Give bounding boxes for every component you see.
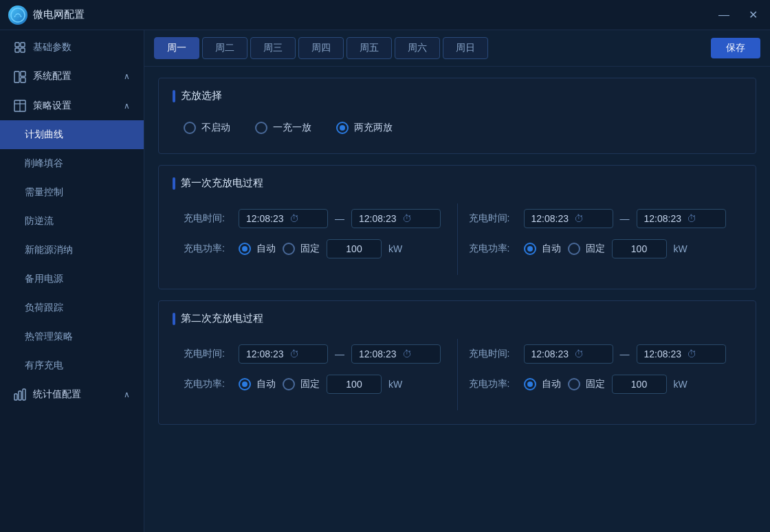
app-logo — [8, 5, 28, 25]
tab-bar: 周一 周二 周三 周四 周五 周六 周日 保存 — [144, 30, 770, 67]
first-process-grid: 充电时间: 12:08:23 ⏱ — 12:08:23 ⏱ — [173, 203, 742, 275]
first-left-time-start[interactable]: 12:08:23 ⏱ — [239, 209, 328, 228]
sidebar-item-ordered-charge[interactable]: 有序充电 — [0, 351, 144, 380]
second-right-time-start[interactable]: 12:08:23 ⏱ — [524, 344, 613, 364]
radio-circle-two-charge — [336, 122, 349, 134]
second-right-radio-auto[interactable]: 自动 — [524, 378, 561, 390]
tab-thursday[interactable]: 周四 — [298, 37, 344, 59]
sidebar-item-peak-valley[interactable]: 削峰填谷 — [0, 149, 144, 178]
sidebar-item-backup-power[interactable]: 备用电源 — [0, 265, 144, 293]
sidebar-label-backup-power: 备用电源 — [25, 273, 63, 285]
second-left-radio-fixed[interactable]: 固定 — [283, 378, 320, 390]
tab-tuesday[interactable]: 周二 — [202, 37, 248, 59]
close-button[interactable]: ✕ — [745, 7, 762, 23]
second-right-time-end-value: 12:08:23 — [644, 348, 682, 359]
second-left-radio-auto-circle — [239, 378, 251, 390]
second-process-left: 充电时间: 12:08:23 ⏱ — 12:08:23 ⏱ — [173, 339, 457, 410]
clock-icon-2: ⏱ — [402, 213, 434, 224]
second-right-dash: — — [620, 348, 630, 359]
svg-rect-5 — [14, 71, 19, 82]
second-left-time-start-value: 12:08:23 — [246, 348, 284, 359]
second-right-time-start-value: 12:08:23 — [531, 348, 569, 359]
first-right-time-start-value: 12:08:23 — [531, 213, 569, 224]
second-left-time-end[interactable]: 12:08:23 ⏱ — [351, 344, 441, 364]
sidebar-label-load-tracking: 负荷跟踪 — [25, 302, 63, 314]
chevron-up-icon-2: ∧ — [124, 101, 130, 111]
second-left-time-label: 充电时间: — [184, 348, 232, 360]
second-left-time-row: 充电时间: 12:08:23 ⏱ — 12:08:23 ⏱ — [184, 344, 446, 364]
tab-wednesday[interactable]: 周三 — [250, 37, 296, 59]
second-right-power-unit: kW — [674, 379, 688, 390]
svg-rect-4 — [21, 48, 25, 52]
module-icon — [14, 70, 26, 82]
sidebar-item-basic-params[interactable]: 基础参数 — [0, 33, 144, 62]
chevron-up-icon-3: ∧ — [124, 390, 130, 399]
sidebar-item-anti-backflow[interactable]: 防逆流 — [0, 207, 144, 236]
radio-label-one-charge: 一充一放 — [273, 122, 311, 134]
sidebar-item-stats-config[interactable]: 统计值配置 ∧ — [0, 380, 144, 409]
second-left-time-start[interactable]: 12:08:23 ⏱ — [239, 344, 328, 364]
second-left-radio-auto[interactable]: 自动 — [239, 378, 276, 390]
first-left-power-unit: kW — [388, 243, 402, 254]
first-process-title: 第一次充放电过程 — [173, 177, 742, 190]
radio-one-charge[interactable]: 一充一放 — [255, 122, 311, 134]
titlebar-controls: — ✕ — [714, 7, 762, 23]
tab-saturday[interactable]: 周六 — [395, 37, 440, 59]
radio-no-start[interactable]: 不启动 — [184, 122, 230, 134]
first-left-radio-fixed[interactable]: 固定 — [283, 243, 320, 255]
first-right-time-end[interactable]: 12:08:23 ⏱ — [637, 209, 726, 228]
sidebar-item-strategy-settings[interactable]: 策略设置 ∧ — [0, 91, 144, 120]
content-area: 充放选择 不启动 一充一放 两充两放 — [144, 67, 770, 532]
first-right-radio-auto[interactable]: 自动 — [524, 243, 561, 255]
radio-label-no-start: 不启动 — [201, 122, 230, 134]
second-right-time-label: 充电时间: — [469, 348, 517, 360]
save-button[interactable]: 保存 — [711, 38, 760, 58]
svg-rect-7 — [21, 78, 25, 82]
first-left-power-row: 充电功率: 自动 固定 kW — [184, 239, 446, 258]
second-left-power-unit: kW — [388, 379, 402, 390]
tab-sunday[interactable]: 周日 — [443, 37, 488, 59]
first-left-time-end[interactable]: 12:08:23 ⏱ — [351, 209, 441, 228]
charge-select-title: 充放选择 — [173, 89, 742, 102]
minimize-button[interactable]: — — [714, 7, 734, 23]
radio-circle-one-charge — [255, 122, 267, 134]
second-left-radio-fixed-circle — [283, 378, 295, 390]
tab-friday[interactable]: 周五 — [346, 37, 392, 59]
svg-rect-6 — [21, 71, 25, 76]
sidebar-item-thermal-strategy[interactable]: 热管理策略 — [0, 322, 144, 351]
second-right-power-input[interactable] — [612, 375, 667, 394]
titlebar: 微电网配置 — ✕ — [0, 0, 770, 30]
sidebar-item-plan-curve[interactable]: 计划曲线 — [0, 120, 144, 149]
sidebar-item-new-energy[interactable]: 新能源消纳 — [0, 236, 144, 265]
sidebar-label-plan-curve: 计划曲线 — [25, 129, 63, 141]
first-process-right: 充电时间: 12:08:23 ⏱ — 12:08:23 ⏱ — [458, 203, 742, 275]
tab-monday[interactable]: 周一 — [154, 37, 199, 59]
sidebar-item-load-tracking[interactable]: 负荷跟踪 — [0, 293, 144, 322]
radio-two-charge[interactable]: 两充两放 — [336, 122, 393, 134]
first-left-radio-auto[interactable]: 自动 — [239, 243, 276, 255]
second-left-power-input[interactable] — [327, 375, 382, 394]
second-right-time-end[interactable]: 12:08:23 ⏱ — [637, 344, 726, 364]
svg-rect-2 — [21, 43, 25, 47]
clock-icon-3: ⏱ — [574, 213, 606, 224]
sidebar-item-system-config[interactable]: 系统配置 ∧ — [0, 62, 144, 91]
first-right-power-label: 充电功率: — [469, 243, 517, 255]
first-left-power-input[interactable] — [327, 239, 382, 258]
first-left-auto-label: 自动 — [256, 243, 276, 255]
first-right-dash: — — [620, 213, 630, 224]
first-right-time-start[interactable]: 12:08:23 ⏱ — [524, 209, 613, 228]
first-right-fixed-label: 固定 — [586, 243, 605, 255]
app-title: 微电网配置 — [33, 8, 85, 21]
clock-icon-1: ⏱ — [289, 213, 321, 224]
sidebar-item-demand-control[interactable]: 需量控制 — [0, 178, 144, 207]
first-right-power-input[interactable] — [612, 239, 667, 258]
first-right-radio-fixed-circle — [568, 243, 580, 255]
sidebar-label-new-energy: 新能源消纳 — [25, 244, 73, 256]
first-right-radio-auto-circle — [524, 243, 536, 255]
first-right-radio-fixed[interactable]: 固定 — [568, 243, 605, 255]
second-left-time-end-value: 12:08:23 — [359, 348, 397, 359]
sidebar-label-system-config: 系统配置 — [33, 70, 72, 82]
first-left-time-row: 充电时间: 12:08:23 ⏱ — 12:08:23 ⏱ — [184, 209, 446, 228]
second-right-radio-fixed-circle — [568, 378, 580, 390]
second-right-radio-fixed[interactable]: 固定 — [568, 378, 605, 390]
